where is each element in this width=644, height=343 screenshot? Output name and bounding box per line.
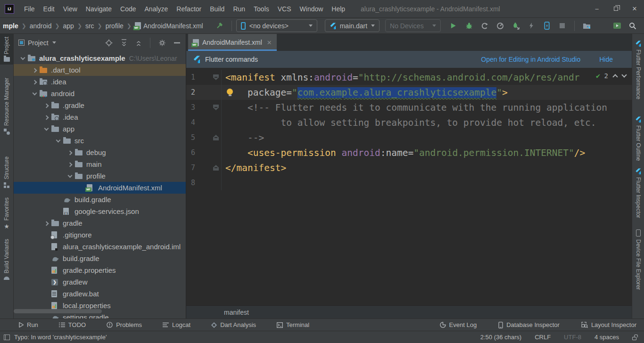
code-line-2[interactable]: 2 package="com.example.alura_crashlytics… [186,85,632,100]
tree-item-iml[interactable]: alura_crashlyticsexample_android.iml [14,241,186,253]
code-line-4[interactable]: 4 to allow setting breakpoints, to provi… [186,115,632,130]
tree-item-idea[interactable]: .idea [14,76,186,88]
chevron-collapsed-icon[interactable] [42,220,51,227]
tab-android-manifest[interactable]: MF AndroidManifest.xml ✕ [188,34,277,51]
breadcrumb-app[interactable]: app [63,22,74,30]
tree-item-main[interactable]: main [14,158,186,170]
tree-item-build-gradle[interactable]: build.gradle [14,253,186,264]
line-number[interactable]: 5 [191,133,195,142]
menu-help[interactable]: Help [327,0,349,17]
tool-button-flutter-outline[interactable]: Flutter Outline [632,114,644,163]
run-config-dropdown[interactable]: main.dart [325,19,380,32]
fold-region-icon[interactable] [213,165,219,171]
menu-run[interactable]: Run [229,0,249,17]
horizontal-scrollbar[interactable] [14,309,102,313]
menu-window[interactable]: Window [296,0,328,17]
tree-item-gradle-dir[interactable]: .gradle [14,99,186,111]
tool-button-problems[interactable]: Problems [107,321,142,328]
tree-item-android-manifest[interactable]: MF AndroidManifest.xml [14,182,186,194]
indent-indicator[interactable]: 4 spaces [594,334,619,341]
tool-button-logcat[interactable]: Logcat [163,321,190,328]
line-number[interactable]: 6 [191,148,195,157]
breadcrumb-android[interactable]: android [30,22,52,30]
breadcrumb-manifest[interactable]: manifest [224,309,249,316]
tree-item-google-services[interactable]: google-services.json [14,205,186,217]
intention-bulb-icon[interactable] [227,89,233,95]
profile-coverage-button[interactable] [477,19,492,33]
line-separator-indicator[interactable]: CRLF [535,334,551,341]
run-button[interactable] [446,19,461,33]
tool-button-structure[interactable]: Structure [0,154,13,191]
code-line-7[interactable]: 7 </manifest> [186,160,632,175]
tool-button-project[interactable]: Project [0,34,13,65]
fold-region-icon[interactable] [213,135,219,140]
profiler-button[interactable] [492,19,508,33]
tool-button-resource-manager[interactable]: Resource Manager [0,75,13,138]
menu-build[interactable]: Build [206,0,229,17]
device-manager-button[interactable] [609,19,625,33]
tree-item-project-root[interactable]: alura_crashlyticsexample C:\Users\Leonar [14,52,186,64]
code-editor[interactable]: ✔ 2 1 <manifest xmlns:android="http://sc… [186,68,632,305]
chevron-collapsed-icon[interactable] [30,66,40,74]
breadcrumb-project[interactable]: mple [3,22,18,30]
unlock-icon[interactable] [632,337,636,340]
menu-view[interactable]: View [59,0,82,17]
tool-button-build-variants[interactable]: Build Variants [0,236,13,282]
menu-edit[interactable]: Edit [39,0,59,17]
tool-button-event-log[interactable]: Event Log [440,321,477,328]
collapse-all-icon[interactable] [135,39,142,47]
tree-item-gradlew-bat[interactable]: gradlew.bat [14,288,186,300]
chevron-collapsed-icon[interactable] [30,78,40,86]
menu-tools[interactable]: Tools [249,0,273,17]
status-message[interactable]: Typo: In word 'crashlyticsexample' [14,334,107,341]
tree-item-src[interactable]: src [14,135,186,147]
tool-button-flutter-inspector[interactable]: Flutter Inspector [632,165,644,221]
tool-button-todo[interactable]: TODO [59,321,86,328]
minimize-button[interactable]: – [587,0,606,17]
project-structure-button[interactable] [579,19,594,33]
line-number[interactable]: 3 [191,103,195,112]
chevron-down-icon[interactable] [52,41,56,44]
expand-all-icon[interactable] [121,39,127,47]
device-selector-dropdown[interactable]: <no devices> [236,19,317,32]
chevron-expanded-icon[interactable] [66,172,75,180]
build-hammer-button[interactable] [212,19,227,33]
flutter-device-dropdown[interactable]: No Devices [385,19,441,32]
project-panel-title[interactable]: Project [28,39,49,47]
line-number[interactable]: 8 [191,179,195,187]
chevron-expanded-icon[interactable] [54,137,63,145]
tree-item-android[interactable]: android [14,88,186,99]
tree-item-gradle-properties[interactable]: gradle.properties [14,264,186,276]
hide-banner-link[interactable]: Hide [599,56,613,63]
chevron-expanded-icon[interactable] [42,125,51,133]
tool-button-favorites[interactable]: Favorites ★ [0,195,13,232]
tree-item-dart-tool[interactable]: .dart_tool [14,64,186,76]
breadcrumb-src[interactable]: src [85,22,94,30]
tree-item-idea2[interactable]: .idea [14,111,186,123]
encoding-indicator[interactable]: UTF-8 [564,334,581,341]
tool-button-layout-inspector[interactable]: Layout Inspector [581,321,636,328]
settings-gear-icon[interactable] [158,39,166,47]
close-button[interactable]: ✕ [625,0,644,17]
code-line-8[interactable]: 8 [186,175,632,190]
tree-item-debug[interactable]: debug [14,147,186,158]
flutter-attach-button[interactable] [539,19,554,33]
restore-button[interactable] [606,0,625,17]
tree-item-gitignore[interactable]: .gitignore [14,229,186,241]
chevron-collapsed-icon[interactable] [66,161,75,168]
stop-button[interactable] [554,19,570,33]
tool-button-flutter-performance[interactable]: Flutter Performance [632,38,644,102]
fold-region-icon[interactable] [213,74,219,80]
tree-item-profile[interactable]: profile [14,170,186,182]
debug-button[interactable] [461,19,477,33]
open-in-android-studio-link[interactable]: Open for Editing in Android Studio [481,56,580,63]
tool-button-database-inspector[interactable]: Database Inspector [498,321,560,328]
tool-button-run[interactable]: Run [19,321,38,328]
tree-item-gradlew[interactable]: gradlew [14,276,186,288]
chevron-collapsed-icon[interactable] [66,149,75,156]
search-everywhere-button[interactable] [625,19,640,33]
tool-button-device-file-explorer[interactable]: Device File Explorer [632,227,644,293]
caret-position[interactable]: 2:50 (36 chars) [480,334,521,341]
breadcrumb-file[interactable]: AndroidManifest.xml [143,22,203,30]
menu-refactor[interactable]: Refactor [172,0,206,17]
